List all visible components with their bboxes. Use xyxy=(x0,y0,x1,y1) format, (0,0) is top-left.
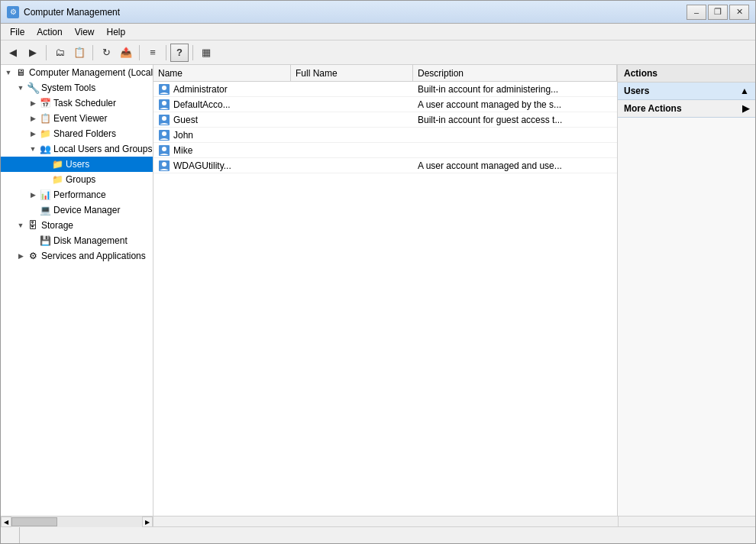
up-button[interactable]: 🗂 xyxy=(50,44,69,62)
tree-item-groups[interactable]: 📁 Groups xyxy=(1,172,153,187)
restore-button[interactable]: ❐ xyxy=(708,5,728,20)
back-button[interactable]: ◀ xyxy=(4,44,22,62)
list-item[interactable]: WDAGUtility... A user account managed an… xyxy=(153,158,617,173)
user-icon-3 xyxy=(158,129,170,141)
cell-desc-5: A user account managed and use... xyxy=(413,160,617,171)
performance-icon: 📊 xyxy=(39,189,51,201)
list-item[interactable]: Guest Built-in account for guest access … xyxy=(153,112,617,128)
list-item[interactable]: Administrator Built-in account for admin… xyxy=(153,82,617,97)
tree-root[interactable]: ▼ 🖥 Computer Management (Local xyxy=(1,65,153,80)
disk-management-icon: 💾 xyxy=(39,235,51,247)
scroll-right-button[interactable]: ▶ xyxy=(142,516,153,527)
tree-item-performance[interactable]: ▶ 📊 Performance xyxy=(1,187,153,202)
groups-expander xyxy=(39,173,51,186)
tree-item-shared-folders[interactable]: ▶ 📁 Shared Folders xyxy=(1,126,153,141)
menu-bar: File Action View Help xyxy=(1,24,755,40)
shared-folders-icon: 📁 xyxy=(39,128,51,140)
refresh-button[interactable]: ↻ xyxy=(97,44,115,62)
local-users-label: Local Users and Groups xyxy=(53,144,152,154)
cell-desc-0: Built-in account for administering... xyxy=(413,84,617,95)
svg-point-7 xyxy=(162,131,166,136)
actions-more-section[interactable]: More Actions ▶ xyxy=(618,100,755,118)
tree-item-users[interactable]: 📁 Users xyxy=(1,157,153,172)
status-bar xyxy=(1,526,755,543)
cell-name-5: WDAGUtility... xyxy=(153,160,291,172)
close-button[interactable]: ✕ xyxy=(729,5,749,20)
user-icon-0 xyxy=(158,83,170,96)
show-hide-button[interactable]: 📋 xyxy=(70,44,89,62)
tree-item-services-apps[interactable]: ▶ ⚙ Services and Applications xyxy=(1,248,153,264)
view-button[interactable]: ▦ xyxy=(197,44,215,62)
menu-action[interactable]: Action xyxy=(31,25,68,39)
scroll-thumb xyxy=(11,517,57,526)
user-icon-4 xyxy=(158,144,170,157)
system-tools-label: System Tools xyxy=(41,83,95,93)
tree-item-local-users[interactable]: ▼ 👥 Local Users and Groups xyxy=(1,141,153,157)
minimize-button[interactable]: – xyxy=(687,5,706,20)
menu-view[interactable]: View xyxy=(69,25,101,39)
storage-icon: 🗄 xyxy=(27,219,39,232)
tree-item-device-manager[interactable]: 💻 Device Manager xyxy=(1,202,153,218)
toolbar-separator-1 xyxy=(46,45,47,60)
forward-button[interactable]: ▶ xyxy=(24,44,42,62)
menu-help[interactable]: Help xyxy=(101,25,132,39)
svg-point-5 xyxy=(162,116,166,121)
root-expander: ▼ xyxy=(2,66,15,79)
scroll-left-button[interactable]: ◀ xyxy=(1,516,11,527)
shared-folders-label: Shared Folders xyxy=(53,128,116,139)
storage-label: Storage xyxy=(41,220,73,231)
services-label: Services and Applications xyxy=(41,251,146,261)
tree-item-system-tools[interactable]: ▼ 🔧 System Tools xyxy=(1,80,153,96)
scroll-track[interactable] xyxy=(11,516,142,527)
cell-desc-2: Built-in account for guest access t... xyxy=(413,115,617,125)
cell-name-1: DefaultAcco... xyxy=(153,99,291,111)
system-tools-icon: 🔧 xyxy=(27,82,39,94)
performance-label: Performance xyxy=(53,189,106,200)
list-item[interactable]: John xyxy=(153,128,617,143)
cell-name-0: Administrator xyxy=(153,83,291,96)
root-label: Computer Management (Local xyxy=(29,67,153,78)
actions-header: Actions xyxy=(618,65,755,83)
services-icon: ⚙ xyxy=(27,250,39,262)
properties-button[interactable]: ≡ xyxy=(144,44,162,62)
svg-point-11 xyxy=(162,162,166,167)
tree-item-event-viewer[interactable]: ▶ 📋 Event Viewer xyxy=(1,111,153,126)
tree-item-task-scheduler[interactable]: ▶ 📅 Task Scheduler xyxy=(1,96,153,111)
user-icon-2 xyxy=(158,114,170,126)
tree-item-storage[interactable]: ▼ 🗄 Storage xyxy=(1,218,153,233)
actions-users-label: Users xyxy=(624,86,649,96)
svg-point-3 xyxy=(162,101,166,105)
col-header-description[interactable]: Description xyxy=(413,65,617,81)
window-title: Computer Management xyxy=(24,7,687,18)
export-button[interactable]: 📤 xyxy=(117,44,135,62)
col-header-name[interactable]: Name xyxy=(153,65,291,81)
list-scroll-spacer xyxy=(153,516,618,526)
list-pane: Name Full Name Description Administrator xyxy=(153,65,618,516)
local-users-icon: 👥 xyxy=(39,143,51,155)
menu-file[interactable]: File xyxy=(4,25,31,39)
help-button[interactable]: ? xyxy=(170,44,189,62)
task-scheduler-icon: 📅 xyxy=(39,97,51,109)
list-item[interactable]: Mike xyxy=(153,143,617,158)
actions-more-arrow: ▶ xyxy=(742,103,749,114)
tree-item-disk-management[interactable]: 💾 Disk Management xyxy=(1,233,153,248)
toolbar: ◀ ▶ 🗂 📋 ↻ 📤 ≡ ? ▦ xyxy=(1,40,755,65)
actions-users-section[interactable]: Users ▲ xyxy=(618,83,755,100)
cell-desc-1: A user account managed by the s... xyxy=(413,99,617,110)
storage-expander: ▼ xyxy=(15,219,27,232)
device-manager-icon: 💻 xyxy=(39,204,51,216)
disk-management-label: Disk Management xyxy=(53,235,128,246)
toolbar-separator-5 xyxy=(192,45,193,60)
window-controls: – ❐ ✕ xyxy=(687,5,749,20)
toolbar-separator-2 xyxy=(92,45,93,60)
groups-icon: 📁 xyxy=(51,173,63,186)
event-viewer-label: Event Viewer xyxy=(53,113,107,124)
col-header-fullname[interactable]: Full Name xyxy=(291,65,413,81)
list-header: Name Full Name Description xyxy=(153,65,617,82)
list-item[interactable]: DefaultAcco... A user account managed by… xyxy=(153,97,617,112)
title-bar: ⚙ Computer Management – ❐ ✕ xyxy=(1,1,755,24)
cell-name-3: John xyxy=(153,129,291,141)
main-area: ▼ 🖥 Computer Management (Local ▼ 🔧 Syste… xyxy=(1,65,755,516)
event-viewer-icon: 📋 xyxy=(39,112,51,125)
toolbar-separator-4 xyxy=(166,45,166,60)
